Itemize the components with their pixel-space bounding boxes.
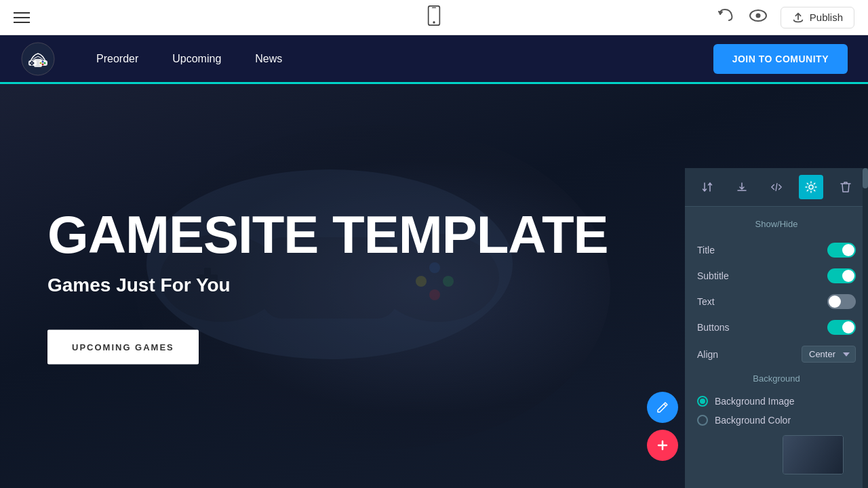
setting-row-title: Title bbox=[685, 237, 868, 263]
bg-thumbnail-container bbox=[685, 430, 868, 485]
phone-icon[interactable] bbox=[427, 5, 441, 30]
join-button[interactable]: JOIN TO COMUNITY bbox=[713, 44, 848, 74]
bg-color-radio-row[interactable]: Background Color bbox=[685, 411, 868, 430]
panel-scrollbar-thumb[interactable] bbox=[863, 168, 868, 188]
settings-panel: Show/Hide Title Subtitle Text bbox=[685, 168, 868, 488]
buttons-toggle[interactable] bbox=[827, 320, 856, 335]
toolbar-left bbox=[14, 12, 30, 23]
publish-label: Publish bbox=[810, 12, 843, 23]
align-select[interactable]: Center Left Right bbox=[802, 346, 856, 363]
top-toolbar: Publish bbox=[0, 0, 868, 35]
svg-point-16 bbox=[40, 62, 42, 64]
undo-icon[interactable] bbox=[718, 8, 736, 26]
nav-link-preorder[interactable]: Preorder bbox=[96, 53, 138, 65]
hero-subtitle: Games Just For You bbox=[47, 274, 608, 296]
delete-tool-button[interactable] bbox=[833, 175, 858, 199]
nav-links: Preorder Upcoming News bbox=[96, 53, 713, 65]
fab-container bbox=[647, 392, 678, 461]
nav-link-upcoming[interactable]: Upcoming bbox=[172, 53, 221, 65]
buttons-setting-label: Buttons bbox=[697, 322, 729, 333]
setting-row-text: Text bbox=[685, 289, 868, 314]
toolbar-center bbox=[427, 5, 441, 30]
toolbar-right: Publish bbox=[718, 7, 854, 28]
svg-point-13 bbox=[42, 60, 44, 62]
bg-color-radio[interactable] bbox=[697, 415, 708, 426]
hero-title: GAMESITE TEMPLATE bbox=[47, 208, 608, 261]
hamburger-icon[interactable] bbox=[14, 12, 30, 23]
setting-row-overlay: Overlay bbox=[685, 485, 868, 488]
subtitle-toggle[interactable] bbox=[827, 268, 856, 283]
settings-tool-button[interactable] bbox=[799, 175, 823, 199]
text-toggle[interactable] bbox=[827, 294, 856, 309]
code-tool-button[interactable] bbox=[764, 175, 789, 199]
svg-point-28 bbox=[809, 185, 813, 189]
bg-color-label: Background Color bbox=[715, 415, 791, 426]
title-toggle[interactable] bbox=[827, 243, 856, 258]
bg-image-radio-row[interactable]: Background Image bbox=[685, 392, 868, 411]
svg-point-11 bbox=[30, 62, 32, 64]
site-logo bbox=[20, 41, 56, 77]
panel-scrollbar[interactable] bbox=[863, 168, 868, 488]
setting-row-align: Align Center Left Right bbox=[685, 340, 868, 368]
svg-line-27 bbox=[776, 184, 777, 191]
nav-link-news[interactable]: News bbox=[255, 53, 282, 65]
download-tool-button[interactable] bbox=[730, 175, 754, 199]
settings-scroll[interactable]: Show/Hide Title Subtitle Text bbox=[685, 207, 868, 488]
hero-cta-button[interactable]: UPCOMING GAMES bbox=[47, 330, 199, 365]
setting-row-buttons: Buttons bbox=[685, 314, 868, 340]
text-setting-label: Text bbox=[697, 296, 715, 307]
svg-point-14 bbox=[44, 62, 46, 64]
add-fab-button[interactable] bbox=[647, 430, 678, 461]
setting-row-subtitle: Subtitle bbox=[685, 263, 868, 289]
bg-image-radio[interactable] bbox=[697, 396, 708, 407]
edit-fab-button[interactable] bbox=[647, 392, 678, 423]
svg-point-4 bbox=[755, 14, 760, 18]
settings-toolbar bbox=[685, 168, 868, 207]
align-setting-label: Align bbox=[697, 349, 718, 360]
main-area: GAMESITE TEMPLATE Games Just For You UPC… bbox=[0, 84, 868, 488]
publish-button[interactable]: Publish bbox=[781, 7, 854, 28]
subtitle-setting-label: Subtitle bbox=[697, 270, 729, 281]
site-nav: Preorder Upcoming News JOIN TO COMUNITY bbox=[0, 35, 868, 84]
svg-point-15 bbox=[42, 63, 44, 65]
svg-point-12 bbox=[33, 62, 35, 64]
svg-point-1 bbox=[433, 21, 435, 23]
hero-content: GAMESITE TEMPLATE Games Just For You UPC… bbox=[47, 208, 608, 365]
bg-image-label: Background Image bbox=[715, 396, 795, 407]
show-hide-label: Show/Hide bbox=[685, 214, 868, 237]
sort-tool-button[interactable] bbox=[695, 175, 719, 199]
title-setting-label: Title bbox=[697, 245, 715, 256]
eye-icon[interactable] bbox=[749, 9, 767, 25]
background-label: Background bbox=[685, 368, 868, 392]
bg-thumbnail[interactable] bbox=[783, 435, 844, 474]
